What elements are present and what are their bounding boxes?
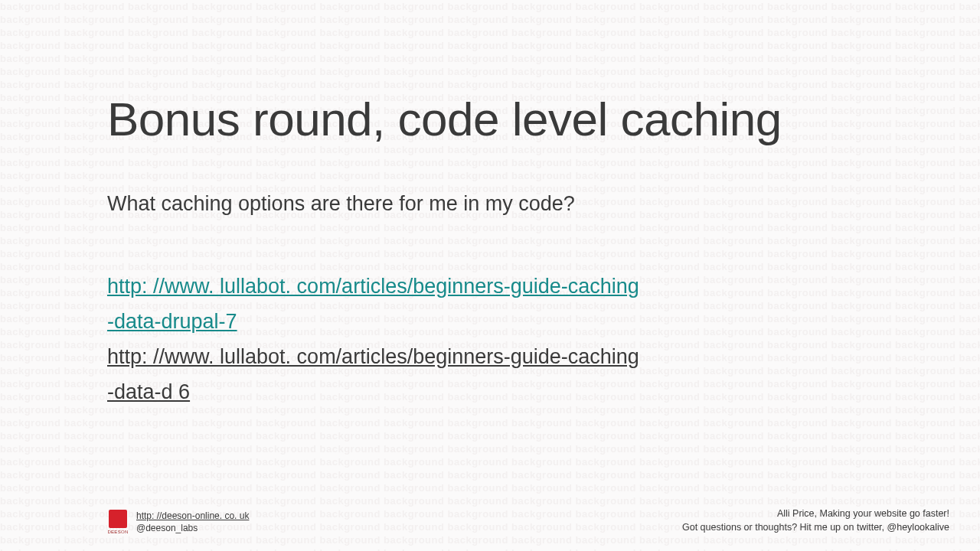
footer: DEESON http: //deeson-online. co. uk @de…	[0, 507, 980, 534]
slide-body: Bonus round, code level caching What cac…	[0, 0, 980, 551]
footer-left-text: http: //deeson-online. co. uk @deeson_la…	[136, 510, 249, 534]
link-1-part-a[interactable]: http: //www. lullabot. com/articles/begi…	[107, 269, 880, 305]
logo-label: DEESON	[107, 530, 128, 534]
link-2-part-b[interactable]: -data-d 6	[107, 375, 880, 410]
slide-title: Bonus round, code level caching	[107, 92, 880, 146]
footer-contact-line: Got questions or thoughts? Hit me up on …	[682, 521, 949, 535]
logo-square-icon	[109, 510, 127, 528]
slide-subtitle: What caching options are there for me in…	[107, 192, 880, 216]
footer-author-line: Alli Price, Making your website go faste…	[682, 507, 949, 521]
links-block: http: //www. lullabot. com/articles/begi…	[107, 269, 880, 410]
footer-url[interactable]: http: //deeson-online. co. uk	[136, 510, 249, 522]
footer-left: DEESON http: //deeson-online. co. uk @de…	[107, 510, 249, 534]
link-1-part-b[interactable]: -data-drupal-7	[107, 305, 880, 340]
footer-right: Alli Price, Making your website go faste…	[682, 507, 949, 534]
link-2-part-a[interactable]: http: //www. lullabot. com/articles/begi…	[107, 340, 880, 375]
footer-handle: @deeson_labs	[136, 522, 249, 534]
deeson-logo: DEESON	[107, 510, 129, 534]
